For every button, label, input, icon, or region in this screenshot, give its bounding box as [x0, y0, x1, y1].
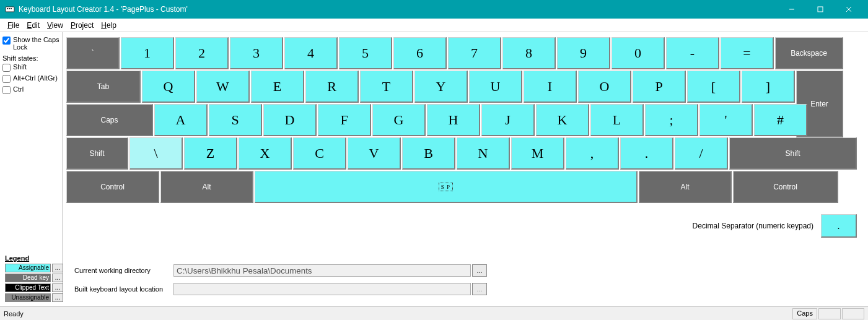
key-a[interactable]: A: [154, 104, 208, 136]
key-space[interactable]: S P: [255, 171, 638, 203]
show-capslock-input[interactable]: [2, 37, 11, 45]
key-r[interactable]: R: [305, 71, 359, 103]
key-8[interactable]: 8: [502, 37, 556, 69]
workspace: Show the Caps Lock Shift states: Shift A…: [0, 32, 868, 298]
menu-view[interactable]: View: [43, 20, 67, 31]
key-t[interactable]: T: [360, 71, 413, 103]
key-comma[interactable]: ,: [566, 137, 619, 170]
maximize-button[interactable]: [806, 0, 835, 19]
key-h[interactable]: H: [427, 104, 480, 136]
key-apostrophe[interactable]: ': [699, 104, 753, 136]
key-grave[interactable]: `: [66, 37, 120, 69]
key-v[interactable]: V: [348, 137, 401, 170]
key-0[interactable]: 0: [612, 37, 665, 69]
key-row-1: Tab Q W E R T Y U I O P [ ] Enter: [66, 71, 858, 103]
status-caps: Caps: [792, 308, 817, 319]
key-lbracket[interactable]: [: [687, 71, 740, 103]
build-label: Built keyboard layout location: [74, 285, 173, 293]
key-rbracket[interactable]: ]: [742, 71, 795, 103]
key-5[interactable]: 5: [339, 37, 392, 69]
legend-unassignable-button[interactable]: ...: [52, 293, 63, 302]
key-q[interactable]: Q: [142, 71, 195, 103]
altgr-input[interactable]: [2, 75, 11, 83]
key-right-control[interactable]: Control: [733, 171, 838, 203]
key-j[interactable]: J: [481, 104, 535, 136]
key-6[interactable]: 6: [393, 37, 447, 69]
key-m[interactable]: M: [511, 137, 564, 170]
cwd-input[interactable]: [173, 264, 471, 277]
shift-checkbox[interactable]: Shift: [2, 63, 59, 72]
key-tab[interactable]: Tab: [66, 71, 141, 103]
key-2[interactable]: 2: [175, 37, 229, 69]
cwd-label: Current working directory: [74, 267, 173, 274]
key-decimal-separator[interactable]: .: [821, 214, 857, 238]
cwd-browse-button[interactable]: ...: [472, 264, 487, 277]
key-backslash[interactable]: \: [129, 137, 183, 170]
key-semicolon[interactable]: ;: [645, 104, 698, 136]
key-1[interactable]: 1: [121, 37, 174, 69]
key-9[interactable]: 9: [557, 37, 610, 69]
svg-rect-5: [818, 7, 823, 12]
legend-deadkey-button[interactable]: ...: [52, 274, 63, 282]
key-4[interactable]: 4: [284, 37, 338, 69]
key-g[interactable]: G: [372, 104, 426, 136]
key-left-shift[interactable]: Shift: [66, 137, 128, 170]
key-minus[interactable]: -: [666, 37, 719, 69]
key-equal[interactable]: =: [721, 37, 774, 69]
legend-assignable-button[interactable]: ...: [52, 264, 63, 272]
key-w[interactable]: W: [196, 71, 250, 103]
key-e[interactable]: E: [251, 71, 304, 103]
key-d[interactable]: D: [263, 104, 317, 136]
key-backspace[interactable]: Backspace: [775, 37, 843, 69]
key-row-2: Caps A S D F G H J K L ; ' #: [66, 104, 858, 136]
key-3[interactable]: 3: [230, 37, 283, 69]
key-space-label: S P: [439, 183, 453, 191]
key-p[interactable]: P: [633, 71, 686, 103]
key-x[interactable]: X: [239, 137, 292, 170]
svg-rect-3: [11, 8, 12, 9]
key-slash[interactable]: /: [675, 137, 728, 170]
menu-project[interactable]: Project: [67, 20, 97, 31]
key-u[interactable]: U: [469, 71, 522, 103]
menu-edit[interactable]: Edit: [23, 20, 43, 31]
key-z[interactable]: Z: [184, 137, 237, 170]
legend-assignable: Assignable: [5, 264, 51, 272]
decimal-separator-label: Decimal Separator (numeric keypad): [693, 222, 813, 230]
key-l[interactable]: L: [590, 104, 644, 136]
show-capslock-checkbox[interactable]: Show the Caps Lock: [2, 36, 59, 51]
close-button[interactable]: [835, 0, 863, 19]
key-k[interactable]: K: [536, 104, 589, 136]
key-right-alt[interactable]: Alt: [639, 171, 732, 203]
altgr-checkbox[interactable]: Alt+Ctrl (AltGr): [2, 74, 59, 83]
ctrl-input[interactable]: [2, 86, 11, 94]
key-7[interactable]: 7: [448, 37, 501, 69]
key-right-shift[interactable]: Shift: [729, 137, 857, 170]
key-caps[interactable]: Caps: [66, 104, 153, 136]
key-y[interactable]: Y: [414, 71, 468, 103]
key-left-control[interactable]: Control: [66, 171, 159, 203]
key-b[interactable]: B: [402, 137, 455, 170]
menu-bar: File Edit View Project Help: [0, 19, 868, 32]
key-c[interactable]: C: [293, 137, 346, 170]
show-capslock-label: Show the Caps Lock: [13, 36, 59, 51]
key-row-0: ` 1 2 3 4 5 6 7 8 9 0 - = Backspace: [66, 37, 858, 69]
key-i[interactable]: I: [524, 71, 577, 103]
key-hash[interactable]: #: [754, 104, 807, 136]
legend-clipped-button[interactable]: ...: [52, 283, 63, 292]
shift-states-label: Shift states:: [2, 54, 59, 62]
key-o[interactable]: O: [578, 71, 631, 103]
build-input[interactable]: [173, 283, 471, 295]
legend-deadkey: Dead key: [5, 274, 51, 282]
minimize-button[interactable]: [778, 0, 806, 19]
menu-help[interactable]: Help: [97, 20, 120, 31]
key-s[interactable]: S: [209, 104, 262, 136]
menu-file[interactable]: File: [4, 20, 23, 31]
legend-clipped: Clipped Text: [5, 283, 51, 292]
key-row-3: Shift \ Z X C V B N M , . / Shift: [66, 137, 858, 170]
shift-input[interactable]: [2, 64, 11, 72]
key-f[interactable]: F: [318, 104, 371, 136]
key-n[interactable]: N: [457, 137, 510, 170]
ctrl-checkbox[interactable]: Ctrl: [2, 85, 59, 94]
key-period[interactable]: .: [620, 137, 673, 170]
key-left-alt[interactable]: Alt: [160, 171, 253, 203]
